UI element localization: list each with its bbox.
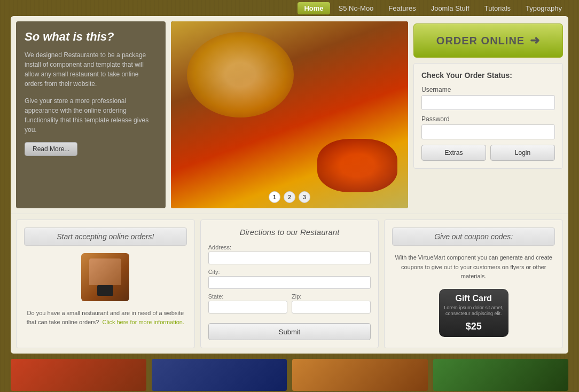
nav-s5nomoo[interactable]: S5 No-Moo [332,2,380,14]
gift-card: Gift Card Lorem ipsum dolor sit amet, co… [439,289,508,337]
zip-label: Zip: [292,293,371,300]
password-label: Password [421,115,555,123]
main-wrapper: So what is this? We designed Restaurante… [11,16,568,354]
order-status-panel: Check Your Order Status: Username Passwo… [413,63,563,169]
nav-joomla[interactable]: Joomla Stuff [425,2,476,14]
slide-dot-2[interactable]: 2 [284,191,295,203]
read-more-button[interactable]: Read More... [25,142,77,156]
thumbnail-1[interactable] [11,359,146,391]
col3-coupons: Give out coupon codes: With the VirtueMa… [384,219,563,348]
hero-title: So what is this? [25,30,157,44]
zip-input[interactable] [292,301,371,313]
gift-card-subtitle: Lorem ipsum dolor sit amet, consectetur … [443,305,504,317]
col3-header: Give out coupon codes: [392,228,555,246]
submit-button[interactable]: Submit [208,323,371,340]
col1-text: Do you have a small restaurant and are i… [24,309,187,326]
hero-text-panel: So what is this? We designed Restaurante… [16,21,166,208]
thumbnail-4[interactable] [433,359,569,391]
extras-button[interactable]: Extras [421,145,486,161]
gift-card-title: Gift Card [455,294,491,303]
city-input[interactable] [208,276,371,289]
login-button[interactable]: Login [490,145,555,161]
directions-form: Address: City: State: Zip: [208,244,371,340]
col2-directions: Directions to our Restaurant Address: Ci… [200,219,379,348]
username-label: Username [421,86,555,93]
order-status-title: Check Your Order Status: [421,71,555,80]
col3-text: With the VirtueMart component you can ge… [392,253,555,281]
password-input[interactable] [421,124,555,139]
arrow-icon: ➜ [530,34,540,48]
state-input[interactable] [208,301,287,313]
hero-section: So what is this? We designed Restaurante… [11,16,568,214]
hero-paragraph2: Give your store a more professional appe… [25,96,157,135]
state-label: State: [208,293,287,300]
register-illustration [81,253,129,301]
address-label: Address: [208,244,371,250]
username-group: Username [421,86,555,110]
bottom-section: Start accepting online orders! Do you ha… [11,214,568,354]
col1-start-orders: Start accepting online orders! Do you ha… [16,219,195,348]
nav-home[interactable]: Home [298,2,330,14]
nav-typography[interactable]: Typography [519,2,568,14]
slide-dot-1[interactable]: 1 [269,191,280,203]
password-group: Password [421,115,555,139]
col1-link[interactable]: Click here for more information. [103,319,184,325]
thumbnail-3[interactable] [292,359,428,391]
nav-tutorials[interactable]: Tutorials [478,2,517,14]
login-buttons: Extras Login [421,145,555,161]
thumbnail-row [0,354,579,392]
username-input[interactable] [421,95,555,110]
order-online-label: ORDER ONLINE [436,35,525,47]
zip-group: Zip: [292,293,371,313]
food-photo [171,21,408,208]
nav-features[interactable]: Features [382,2,422,14]
address-group: Address: [208,244,371,264]
state-group: State: [208,293,287,313]
gift-card-price: $25 [466,321,482,332]
hero-paragraph1: We designed Restaurante to be a package … [25,50,157,89]
city-label: City: [208,269,371,275]
col1-header: Start accepting online orders! [24,228,187,246]
hero-food-image: 1 2 3 [171,21,408,208]
slide-dot-3[interactable]: 3 [299,191,310,203]
order-online-button[interactable]: ORDER ONLINE ➜ [413,23,563,58]
city-group: City: [208,269,371,289]
hero-right-panel: ORDER ONLINE ➜ Check Your Order Status: … [413,21,563,208]
col2-header: Directions to our Restaurant [208,228,371,237]
nav-bar: Home S5 No-Moo Features Joomla Stuff Tut… [0,0,579,16]
slide-dots: 1 2 3 [269,191,310,203]
thumbnail-2[interactable] [152,359,287,391]
state-zip-row: State: Zip: [208,293,371,318]
address-input[interactable] [208,252,371,264]
